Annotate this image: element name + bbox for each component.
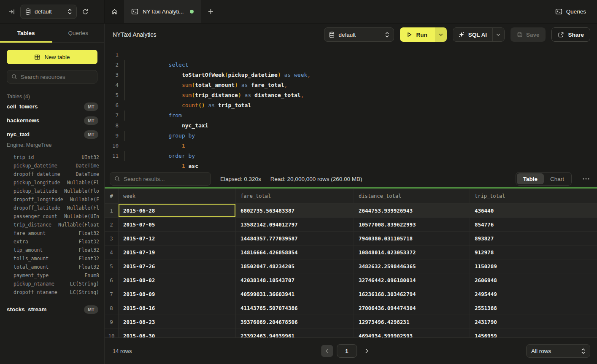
cell-distance-total[interactable]: 10848014.023053372 — [354, 245, 470, 259]
cell-trip-total[interactable]: 2606948 — [470, 273, 597, 287]
new-table-label: New table — [44, 54, 70, 60]
cell-trip-total[interactable]: 2551388 — [470, 301, 597, 315]
line-number: 9 — [108, 131, 119, 141]
sql-token: ( — [198, 102, 202, 108]
cell-week[interactable]: 2015-07-12 — [118, 232, 235, 245]
cell-fare-total[interactable]: 23392463.94939961 — [235, 329, 354, 337]
cell-week[interactable]: 2015-08-02 — [118, 273, 235, 287]
row-index: 8 — [105, 301, 118, 315]
line-number: 1 — [108, 50, 119, 60]
new-table-button[interactable]: New table — [7, 50, 97, 64]
cell-week[interactable]: 2015-07-26 — [118, 259, 235, 273]
column-row: trip_id UInt32 — [0, 153, 104, 162]
current-page[interactable]: 1 — [337, 344, 357, 358]
refresh-icon[interactable] — [82, 8, 89, 15]
database-selector-value: default — [35, 8, 64, 15]
cell-trip-total[interactable]: 893827 — [470, 232, 597, 245]
view-toggle-table[interactable]: Table — [517, 173, 544, 184]
column-header[interactable]: fare_total — [235, 189, 354, 203]
line-number: 2 — [108, 60, 119, 70]
new-tab-button[interactable] — [201, 0, 221, 23]
cell-fare-total[interactable]: 40599031.36603941 — [235, 287, 354, 301]
column-header[interactable]: distance_total — [354, 189, 470, 203]
cell-distance-total[interactable]: 7940380.031105718 — [354, 232, 470, 245]
column-row: dropoff_ntaname LC(String) — [0, 288, 104, 297]
cell-distance-total[interactable]: 32746442.096180014 — [354, 273, 470, 287]
cell-week[interactable]: 2015-08-09 — [118, 287, 235, 301]
run-options-caret[interactable] — [435, 27, 447, 42]
sidebar-tab-queries[interactable]: Queries — [52, 24, 105, 42]
sql-token — [291, 72, 294, 78]
cell-fare-total[interactable]: 42038148.10543707 — [235, 273, 354, 287]
sidebar-table-item[interactable]: cell_towers MT — [0, 100, 104, 113]
query-database-selector[interactable]: default — [324, 27, 394, 42]
cell-fare-total[interactable]: 14816664.426858854 — [235, 245, 354, 259]
queries-topbar-button[interactable]: Queries — [555, 0, 597, 23]
next-page-button[interactable] — [361, 345, 373, 357]
sql-ai-caret[interactable] — [492, 28, 504, 41]
unsaved-changes-dot — [190, 10, 194, 13]
cell-fare-total[interactable]: 39376089.204678506 — [235, 315, 354, 329]
cell-distance-total[interactable]: 16236168.303462794 — [354, 287, 470, 301]
tab-nytaxi-analytics[interactable]: NYTaxi Analyti... — [124, 0, 201, 23]
sidebar-table-item[interactable]: hackernews MT — [0, 113, 104, 127]
cell-week[interactable]: 2015-07-19 — [118, 245, 235, 259]
cell-distance-total[interactable]: 10577008.839622993 — [354, 218, 470, 231]
cell-distance-total[interactable]: 3482632.2598446365 — [354, 259, 470, 273]
cell-trip-total[interactable]: 912978 — [470, 245, 597, 259]
cell-trip-total[interactable]: 436440 — [470, 204, 597, 217]
cell-trip-total[interactable]: 1150289 — [470, 259, 597, 273]
chevron-updown-icon — [581, 348, 585, 354]
cell-trip-total[interactable]: 1456959 — [470, 329, 597, 337]
cell-week[interactable]: 2015-08-23 — [118, 315, 235, 329]
collapse-sidebar-icon[interactable] — [8, 8, 15, 15]
resource-search-input[interactable] — [21, 74, 93, 80]
sql-editor[interactable]: 1 select 2 toStartOfWeek(pickup_datetime… — [105, 46, 597, 170]
column-row: dropoff_latitude Nullable(Fl — [0, 204, 104, 212]
cell-trip-total[interactable]: 2431790 — [470, 315, 597, 329]
more-options-icon[interactable] — [581, 178, 591, 180]
column-header[interactable]: week — [118, 189, 235, 203]
sidebar-table-item[interactable]: nyc_taxi MT — [0, 127, 104, 141]
cell-distance-total[interactable]: 2644753.939926943 — [354, 204, 470, 217]
sql-ai-button[interactable]: SQL AI — [453, 28, 492, 41]
cell-week[interactable]: 2015-07-05 — [118, 218, 235, 231]
sql-token: , — [301, 92, 304, 98]
play-icon — [406, 32, 412, 38]
cell-week[interactable]: 2015-08-16 — [118, 301, 235, 315]
sql-token — [169, 163, 182, 169]
column-name: pickup_ntaname — [14, 281, 54, 287]
run-button[interactable]: Run — [400, 27, 435, 42]
column-row: pickup_datetime DateTime — [0, 162, 104, 170]
cell-fare-total[interactable]: 13582142.094012797 — [235, 218, 354, 231]
results-search-input[interactable] — [124, 176, 206, 182]
sidebar-tab-tables[interactable]: Tables — [0, 24, 52, 42]
database-selector[interactable]: default — [20, 5, 77, 19]
page-size-selector[interactable]: All rows — [526, 344, 590, 358]
sidebar: Tables Queries New table Tables (4) — [0, 24, 105, 364]
cell-week[interactable]: 2015-06-28 — [118, 204, 235, 217]
chevron-updown-icon — [68, 9, 72, 14]
cell-fare-total[interactable]: 6802735.563483387 — [235, 204, 354, 217]
cell-week[interactable]: 2015-08-30 — [118, 329, 235, 337]
view-toggle-chart[interactable]: Chart — [544, 173, 570, 184]
sql-token: , — [307, 72, 311, 78]
cell-distance-total[interactable]: 12973496.4298231 — [354, 315, 470, 329]
cell-fare-total[interactable]: 14484357.777039587 — [235, 232, 354, 245]
run-label: Run — [416, 32, 427, 38]
share-button[interactable]: Share — [551, 27, 590, 42]
sidebar-table-item[interactable]: stocks_stream MT — [0, 302, 104, 316]
results-toolbar: Elapsed: 0.320s Read: 20,000,000 rows (2… — [105, 170, 597, 187]
cell-trip-total[interactable]: 854776 — [470, 218, 597, 231]
home-button[interactable] — [105, 0, 124, 23]
cell-fare-total[interactable]: 18502047.48234205 — [235, 259, 354, 273]
cell-distance-total[interactable]: 4694934.599902593 — [354, 329, 470, 337]
cell-distance-total[interactable]: 27006436.094474304 — [354, 301, 470, 315]
column-header[interactable]: trip_total — [470, 189, 597, 203]
prev-page-button[interactable] — [321, 345, 333, 357]
cell-fare-total[interactable]: 41143785.507074386 — [235, 301, 354, 315]
save-button[interactable]: Save — [511, 27, 546, 42]
column-row: extra Float32 — [0, 237, 104, 246]
line-code: sum(trip_distance) as distance_total, — [122, 80, 304, 90]
cell-trip-total[interactable]: 2495449 — [470, 287, 597, 301]
